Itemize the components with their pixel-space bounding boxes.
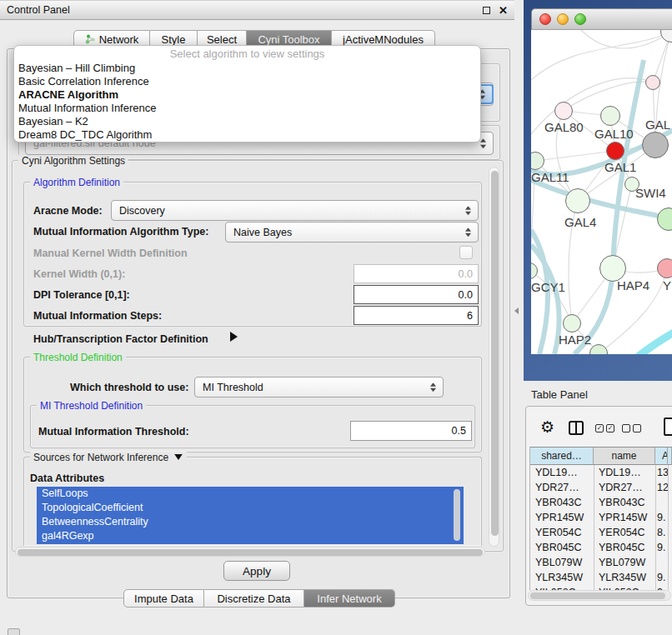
scrollbar-thumb[interactable]	[18, 549, 483, 556]
table-row[interactable]: YBL079WYBL079W	[530, 555, 672, 570]
network-node-label: GAL4	[564, 215, 596, 229]
table-row[interactable]: YLR345WYLR345W9.	[530, 570, 672, 585]
column-layout-icon[interactable]	[569, 421, 584, 435]
tab-discretize-data[interactable]: Discretize Data	[204, 589, 304, 608]
dropdown-item[interactable]: Bayesian – Hill Climbing	[14, 62, 480, 75]
attribute-item-selected[interactable]: SelfLoops	[37, 487, 464, 501]
network-node[interactable]	[565, 188, 590, 213]
column-header-shared-name[interactable]: shared…	[530, 447, 594, 465]
which-threshold-label: Which threshold to use:	[70, 382, 188, 393]
dropdown-item[interactable]: Basic Correlation Inference	[14, 75, 480, 88]
table-rows: YDL19…YDL19…13 YDR27…YDR27…12 YBR043CYBR…	[530, 465, 672, 590]
network-window-titlebar[interactable]	[531, 8, 672, 30]
scrollbar-thumb[interactable]	[491, 171, 499, 536]
network-node-label: GAL1	[604, 160, 636, 174]
tab-network-label: Network	[99, 33, 139, 46]
tab-impute-data[interactable]: Impute Data	[123, 589, 204, 608]
network-node[interactable]	[642, 132, 669, 158]
column-header-name[interactable]: name	[594, 447, 655, 465]
network-node[interactable]	[554, 102, 573, 120]
data-attributes-list[interactable]: SelfLoops TopologicalCoefficient Between…	[37, 487, 464, 544]
table-row[interactable]: YBR043CYBR043C	[530, 495, 672, 510]
select-all-checkboxes-icon[interactable]: ✓✓	[595, 424, 614, 432]
network-nodes-layer: GALGAL80GAL10GAL1GAL11GAL4SWI4GCY1HAP4YH…	[531, 30, 672, 354]
network-node[interactable]	[657, 208, 672, 231]
table-row[interactable]: YDR27…YDR27…12	[530, 480, 672, 495]
network-node[interactable]	[606, 142, 624, 160]
network-view[interactable]: GALGAL80GAL10GAL1GAL11GAL4SWI4GCY1HAP4YH…	[531, 30, 672, 354]
network-node[interactable]	[660, 30, 672, 42]
mi-threshold-label: Mutual Information Threshold:	[38, 426, 189, 438]
bottom-corner-icon[interactable]	[8, 628, 20, 635]
table-row[interactable]: YPR145WYPR145W9.	[530, 510, 672, 525]
apply-button[interactable]: Apply	[223, 561, 290, 581]
threshold-definition-title: Threshold Definition	[30, 352, 126, 363]
tab-infer-network[interactable]: Infer Network	[304, 589, 395, 608]
network-node-label: GAL10	[594, 127, 634, 141]
mi-threshold-value: 0.5	[452, 425, 466, 437]
zoom-traffic-light-icon[interactable]	[574, 13, 586, 25]
mi-algorithm-type-combobox[interactable]: Naive Bayes	[225, 222, 479, 242]
hub-definition-label: Hub/Transcription Factor Definition	[33, 333, 208, 345]
dpi-tolerance-field[interactable]: 0.0	[354, 285, 479, 304]
table-row[interactable]: YBR045CYBR045C9.	[530, 540, 672, 555]
dropdown-placeholder: Select algorithm to view settings	[14, 48, 480, 62]
attribute-item-selected[interactable]: TopologicalCoefficient	[37, 501, 464, 515]
tab-infer-network-label: Infer Network	[317, 592, 381, 605]
settings-gear-icon[interactable]: ⚙	[540, 419, 554, 435]
tab-select-label: Select	[207, 33, 237, 46]
network-node[interactable]	[563, 314, 581, 332]
network-node[interactable]	[531, 152, 544, 170]
settings-vertical-scrollbar[interactable]	[489, 167, 499, 547]
tab-style-label: Style	[162, 33, 186, 46]
table-row[interactable]: YDL19…YDL19…13	[530, 465, 672, 480]
expand-arrow-icon[interactable]	[230, 332, 238, 342]
dropdown-item-selected[interactable]: ARACNE Algorithm	[14, 88, 480, 102]
network-node[interactable]	[645, 75, 660, 90]
column-header-clipped[interactable]: A	[655, 447, 668, 465]
aracne-mode-label: Aracne Mode:	[33, 205, 103, 217]
kernel-width-label: Kernel Width (0,1):	[33, 268, 125, 280]
screen: Control Panel ✕ Network Style Select Cyn…	[0, 0, 672, 635]
kernel-width-field[interactable]: 0.0	[354, 264, 479, 283]
network-node-label: GAL11	[531, 170, 569, 184]
table-horizontal-scrollbar[interactable]	[528, 590, 671, 601]
close-traffic-light-icon[interactable]	[539, 13, 551, 25]
manual-kernel-width-checkbox[interactable]	[459, 246, 473, 259]
mi-steps-value: 6	[467, 310, 473, 322]
list-scrollbar-thumb[interactable]	[454, 489, 460, 541]
attribute-item-selected[interactable]: gal4RGexp	[37, 529, 464, 543]
deselect-checkboxes-icon[interactable]	[622, 424, 641, 432]
mi-steps-field[interactable]: 6	[354, 306, 479, 325]
network-node[interactable]	[531, 262, 538, 279]
dropdown-item[interactable]: Dream8 DC_TDC Algorithm	[14, 128, 480, 142]
network-node-label: GAL80	[544, 120, 584, 134]
which-threshold-combobox[interactable]: MI Threshold	[194, 377, 444, 398]
collapse-arrow-icon[interactable]	[175, 454, 183, 460]
aracne-mode-combobox[interactable]: Discovery	[111, 200, 479, 221]
bottom-tabbar: Impute Data Discretize Data Infer Networ…	[123, 589, 395, 608]
network-node-label: GCY1	[531, 280, 565, 294]
close-icon[interactable]: ✕	[499, 5, 508, 16]
data-attributes-label: Data Attributes	[30, 472, 104, 484]
document-icon[interactable]	[664, 418, 672, 436]
dropdown-item[interactable]: Mutual Information Inference	[14, 102, 480, 115]
cyni-settings-title: Cyni Algorithm Settings	[18, 155, 128, 167]
column-divider	[668, 465, 669, 590]
settings-horizontal-scrollbar[interactable]	[15, 547, 485, 557]
mi-threshold-field[interactable]: 0.5	[350, 421, 472, 441]
column-header-sliver[interactable]	[668, 447, 672, 465]
dropdown-item[interactable]: Bayesian – K2	[14, 115, 480, 128]
table-row[interactable]: YER054CYER054C8.	[530, 525, 672, 540]
network-node[interactable]	[657, 258, 672, 278]
combobox-spinner-icon	[480, 139, 486, 148]
network-node[interactable]	[600, 106, 620, 126]
float-window-icon[interactable]	[483, 7, 490, 14]
split-pane-collapse-icon[interactable]	[514, 308, 519, 314]
combobox-spinner-icon	[430, 382, 436, 392]
scrollbar-thumb[interactable]	[530, 592, 665, 599]
tab-cyni-toolbox-label: Cyni Toolbox	[258, 33, 319, 46]
attribute-item-selected[interactable]: BetweennessCentrality	[37, 515, 464, 529]
network-node[interactable]	[589, 344, 608, 354]
minimize-traffic-light-icon[interactable]	[557, 13, 569, 25]
